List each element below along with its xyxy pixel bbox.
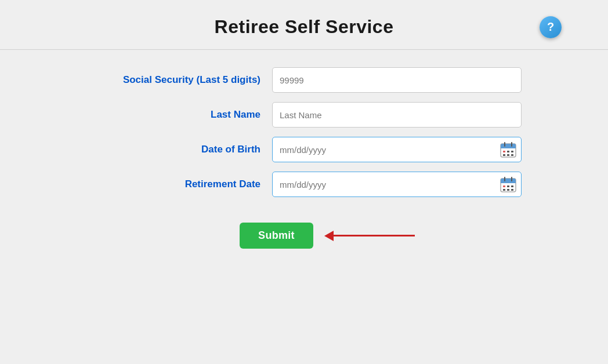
submit-arrow xyxy=(325,231,415,241)
svg-rect-5 xyxy=(503,151,505,152)
arrow-head xyxy=(324,231,334,241)
retirement-date-calendar-icon[interactable] xyxy=(500,176,517,193)
svg-rect-8 xyxy=(503,154,505,156)
social-security-input-wrapper xyxy=(272,67,522,93)
retirement-date-row: Retirement Date xyxy=(86,172,522,197)
retirement-date-label: Retirement Date xyxy=(86,179,272,190)
date-of-birth-input[interactable] xyxy=(272,137,522,162)
retirement-date-input[interactable] xyxy=(272,172,522,197)
svg-rect-19 xyxy=(503,189,505,191)
svg-rect-17 xyxy=(507,185,509,187)
date-of-birth-input-wrapper xyxy=(272,137,522,162)
svg-rect-9 xyxy=(507,154,509,156)
retirement-date-input-wrapper xyxy=(272,172,522,197)
page-title: Retiree Self Service xyxy=(215,16,394,38)
svg-rect-18 xyxy=(511,185,513,187)
last-name-row: Last Name xyxy=(86,102,522,128)
date-of-birth-label: Date of Birth xyxy=(86,144,272,155)
arrow-line xyxy=(334,235,415,236)
svg-rect-7 xyxy=(511,151,513,152)
header: Retiree Self Service ? xyxy=(0,0,608,49)
svg-rect-13 xyxy=(501,181,516,183)
svg-rect-21 xyxy=(511,189,513,191)
submit-button[interactable]: Submit xyxy=(240,223,313,249)
svg-rect-20 xyxy=(507,189,509,191)
svg-rect-16 xyxy=(503,185,505,187)
help-icon[interactable]: ? xyxy=(540,16,562,38)
social-security-label: Social Security (Last 5 digits) xyxy=(86,74,272,86)
last-name-label: Last Name xyxy=(86,109,272,121)
svg-rect-10 xyxy=(511,154,513,156)
svg-rect-2 xyxy=(501,147,516,148)
last-name-input-wrapper xyxy=(272,102,522,128)
date-of-birth-calendar-icon[interactable] xyxy=(500,141,517,158)
social-security-input[interactable] xyxy=(272,67,522,93)
social-security-row: Social Security (Last 5 digits) xyxy=(86,67,522,93)
page-container: Retiree Self Service ? Social Security (… xyxy=(0,0,608,364)
form-container: Social Security (Last 5 digits) Last Nam… xyxy=(86,67,522,249)
date-of-birth-row: Date of Birth xyxy=(86,137,522,162)
svg-rect-6 xyxy=(507,151,509,152)
submit-row: Submit xyxy=(86,223,522,249)
last-name-input[interactable] xyxy=(272,102,522,128)
header-divider xyxy=(0,49,608,50)
